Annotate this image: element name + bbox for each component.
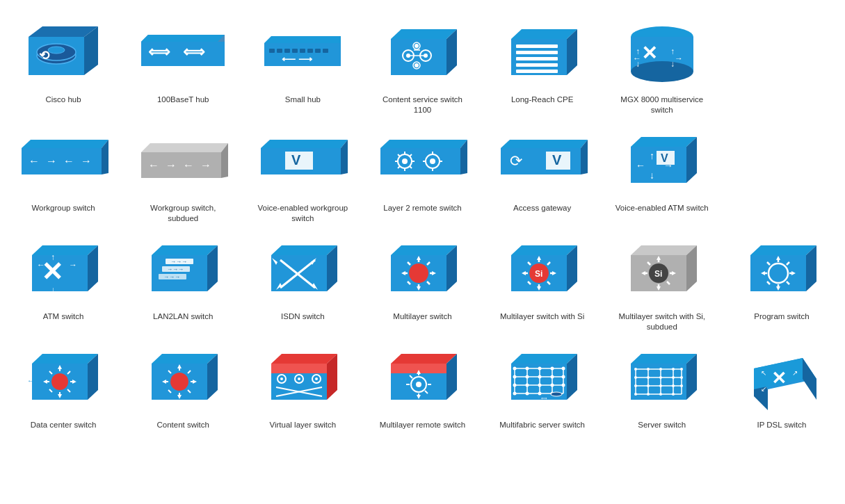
icon-atm-switch: ✕ ← → ↑ ↓ — [15, 231, 112, 307]
svg-point-307 — [680, 368, 683, 371]
svg-text:←: ← — [636, 160, 645, 171]
item-content-switch[interactable]: Content switch — [127, 339, 239, 430]
item-voice-enabled-workgroup-switch[interactable]: V Voice-enabled workgroup switch — [246, 122, 359, 224]
svg-text:Si: Si — [535, 269, 542, 279]
svg-text:↗: ↗ — [792, 369, 798, 377]
item-layer2-remote-switch[interactable]: Layer 2 remote switch — [366, 122, 478, 224]
label-multilayer-remote-switch: Multilayer remote switch — [380, 420, 465, 430]
icon-100baset-hub: ⟺ ⟺ — [134, 14, 232, 90]
item-mgx-8000[interactable]: ✕ ↑ ↓ ↑ ↓ ← → MGX 8000 multiservice swit… — [606, 14, 718, 115]
svg-text:⟳: ⟳ — [510, 152, 522, 170]
label-lan2lan-switch: LAN2LAN switch — [153, 311, 213, 322]
icon-layer2-remote-switch — [373, 122, 471, 199]
svg-marker-94 — [501, 140, 588, 148]
item-multilayer-switch[interactable]: Multilayer switch — [366, 231, 478, 332]
item-multifabric-server-switch[interactable]: ⟺ Multifabric server switch — [486, 339, 599, 430]
icon-server-switch — [613, 339, 711, 416]
svg-point-276 — [525, 375, 529, 379]
svg-rect-17 — [284, 49, 290, 53]
svg-text:→→→: →→→ — [167, 266, 184, 273]
label-workgroup-switch-subdued: Workgroup switch, subdued — [134, 203, 232, 224]
svg-rect-41 — [516, 51, 558, 54]
icon-voice-enabled-atm-switch: ↑ ↓ ← → V — [613, 122, 711, 199]
svg-text:↖: ↖ — [761, 369, 766, 377]
svg-text:→: → — [81, 155, 92, 167]
item-lan2lan-switch[interactable]: →→→ →→→ →→→ LAN2LAN switch — [127, 231, 239, 332]
item-multilayer-switch-si-subdued[interactable]: Si Multilayer switch with Si, subdued — [606, 231, 718, 332]
item-atm-switch[interactable]: ✕ ← → ↑ ↓ ATM switch — [7, 231, 120, 332]
svg-point-5 — [48, 47, 65, 54]
icon-workgroup-switch-subdued: ← → ← → — [134, 122, 232, 199]
item-cisco-hub[interactable]: ⟲ Cisco hub — [7, 14, 120, 115]
svg-text:↓: ↓ — [51, 285, 55, 295]
svg-point-272 — [538, 367, 541, 371]
svg-marker-198 — [32, 354, 98, 364]
item-workgroup-switch-subdued[interactable]: ← → ← → Workgroup switch, subdued — [127, 122, 239, 224]
label-isdn-switch: ISDN switch — [281, 311, 325, 322]
icon-ip-dsl-switch: ✕ ↖ ↗ ↙ ↘ — [733, 339, 830, 416]
svg-marker-216 — [152, 354, 218, 364]
svg-text:←: ← — [27, 377, 34, 384]
svg-point-306 — [672, 368, 675, 371]
svg-marker-125 — [271, 245, 337, 255]
svg-text:←: ← — [63, 155, 74, 167]
svg-rect-40 — [516, 44, 558, 48]
item-multilayer-remote-switch[interactable]: Multilayer remote switch — [366, 339, 478, 430]
icon-voice-enabled-workgroup-switch: V — [254, 122, 351, 199]
item-small-hub[interactable]: ⟵ ⟶ Small hub — [246, 14, 359, 115]
label-multilayer-switch: Multilayer switch — [393, 311, 451, 322]
svg-text:Si: Si — [654, 269, 662, 279]
svg-point-280 — [513, 384, 516, 387]
icon-long-reach-cpe — [494, 14, 591, 90]
item-virtual-layer-switch[interactable]: Virtual layer switch — [246, 339, 359, 430]
label-ip-dsl-switch: IP DSL switch — [757, 420, 806, 430]
svg-text:⟺: ⟺ — [541, 396, 547, 400]
item-isdn-switch[interactable]: ISDN switch — [246, 231, 359, 332]
icon-mgx-8000: ✕ ↑ ↓ ↑ ↓ ← → — [613, 14, 711, 90]
svg-text:✕: ✕ — [771, 368, 787, 389]
svg-point-304 — [647, 368, 650, 371]
item-server-switch[interactable]: Server switch — [606, 339, 718, 430]
svg-rect-235 — [271, 364, 327, 373]
svg-point-219 — [170, 373, 188, 391]
icon-access-gateway: ⟳ V — [494, 122, 591, 199]
label-long-reach-cpe: Long-Reach CPE — [511, 95, 574, 105]
item-multilayer-switch-si[interactable]: Si Multilayer switch with Si — [486, 231, 599, 332]
svg-marker-134 — [391, 245, 457, 255]
icon-multifabric-server-switch: ⟺ — [494, 339, 591, 416]
item-ip-dsl-switch[interactable]: ✕ ↖ ↗ ↙ ↘ IP DSL switch — [725, 339, 838, 430]
svg-point-239 — [298, 377, 300, 380]
svg-marker-63 — [141, 143, 228, 152]
svg-point-310 — [659, 376, 662, 379]
item-long-reach-cpe[interactable]: Long-Reach CPE — [486, 14, 599, 115]
label-virtual-layer-switch: Virtual layer switch — [270, 420, 337, 430]
label-small-hub: Small hub — [285, 95, 321, 105]
svg-point-47 — [631, 61, 693, 82]
svg-point-275 — [513, 375, 516, 379]
label-server-switch: Server switch — [638, 420, 686, 430]
label-access-gateway: Access gateway — [513, 203, 571, 213]
svg-point-237 — [280, 377, 283, 380]
icon-data-center-switch: ← → — [15, 339, 112, 416]
item-voice-enabled-atm-switch[interactable]: ↑ ↓ ← → V Voice-enabled ATM switch — [606, 122, 718, 224]
svg-point-287 — [538, 392, 541, 396]
svg-marker-56 — [22, 140, 108, 148]
item-access-gateway[interactable]: ⟳ V Access gateway — [486, 122, 599, 224]
item-program-switch[interactable]: Program switch — [725, 231, 838, 332]
icon-grid: ⟲ Cisco hub ⟺ ⟺ 100BaseT hub — [0, 0, 845, 444]
svg-point-313 — [634, 384, 637, 387]
svg-text:✕: ✕ — [641, 42, 657, 64]
svg-marker-12 — [141, 35, 225, 42]
item-data-center-switch[interactable]: ← → Data center switch — [7, 339, 120, 430]
item-workgroup-switch[interactable]: ← → ← → Workgroup switch — [7, 122, 120, 224]
svg-rect-16 — [277, 49, 282, 53]
item-content-service-switch-1100[interactable]: Content service switch 1100 — [366, 14, 478, 115]
svg-text:→→→: →→→ — [163, 274, 180, 280]
svg-marker-182 — [750, 245, 816, 255]
svg-point-283 — [550, 384, 554, 387]
item-100baset-hub[interactable]: ⟺ ⟺ 100BaseT hub — [127, 14, 239, 115]
svg-text:↑: ↑ — [51, 252, 55, 262]
svg-point-305 — [659, 368, 662, 371]
svg-text:←: ← — [633, 54, 641, 63]
svg-marker-25 — [391, 39, 446, 75]
